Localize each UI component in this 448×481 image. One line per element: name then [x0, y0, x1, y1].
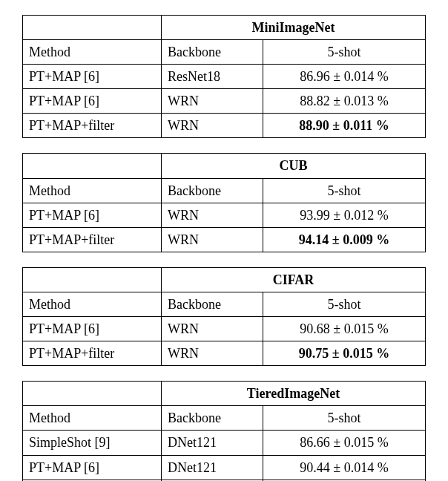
value-cell: 86.96 ± 0.014 %: [263, 65, 426, 89]
method-cell: PT+MAP+filter: [23, 114, 162, 138]
col-backbone-label: Backbone: [162, 178, 263, 203]
backbone-cell: WRN: [162, 203, 263, 227]
results-table: TieredImageNetMethodBackbone5-shotSimple…: [22, 381, 426, 481]
table-header-row: MiniImageNet: [23, 16, 426, 40]
col-backbone-label: Backbone: [162, 292, 263, 316]
col-method-label: Method: [23, 292, 162, 316]
table-header-row: CUB: [23, 154, 426, 178]
table-subheader-row: MethodBackbone5-shot: [23, 292, 426, 316]
results-table: CIFARMethodBackbone5-shotPT+MAP [6]WRN90…: [22, 267, 426, 366]
backbone-cell: ResNet18: [162, 65, 263, 89]
table-header-row: CIFAR: [23, 267, 426, 292]
value-cell: 90.75 ± 0.015 %: [263, 341, 426, 366]
col-backbone-label: Backbone: [162, 40, 263, 65]
method-cell: PT+MAP+filter: [23, 341, 162, 366]
backbone-cell: WRN: [162, 227, 263, 252]
value-cell: 88.90 ± 0.011 %: [263, 114, 426, 138]
results-table: MiniImageNetMethodBackbone5-shotPT+MAP […: [22, 15, 426, 138]
method-cell: PT+MAP+filter: [23, 227, 162, 252]
method-cell: PT+MAP [6]: [23, 65, 162, 89]
dataset-title: MiniImageNet: [162, 16, 426, 40]
value-cell: 90.68 ± 0.015 %: [263, 317, 426, 341]
dataset-title: TieredImageNet: [162, 382, 426, 406]
table-row: PT+MAP [6]WRN88.82 ± 0.013 %: [23, 89, 426, 114]
table-row: SimpleShot [9]DNet12186.66 ± 0.015 %: [23, 431, 426, 455]
col-shot-label: 5-shot: [263, 40, 426, 65]
table-row: PT+MAP [6]DNet12190.44 ± 0.014 %: [23, 455, 426, 480]
col-method-label: Method: [23, 178, 162, 203]
backbone-cell: DNet121: [162, 455, 263, 480]
results-table: CUBMethodBackbone5-shotPT+MAP [6]WRN93.9…: [22, 153, 426, 252]
table-row: PT+MAP [6]WRN90.68 ± 0.015 %: [23, 317, 426, 341]
col-shot-label: 5-shot: [263, 292, 426, 316]
blank-cell: [23, 154, 162, 178]
value-cell: 88.82 ± 0.013 %: [263, 89, 426, 114]
table-subheader-row: MethodBackbone5-shot: [23, 178, 426, 203]
col-shot-label: 5-shot: [263, 406, 426, 431]
backbone-cell: WRN: [162, 114, 263, 138]
blank-cell: [23, 382, 162, 406]
value-cell: 94.14 ± 0.009 %: [263, 227, 426, 252]
method-cell: PT+MAP [6]: [23, 89, 162, 114]
col-method-label: Method: [23, 40, 162, 65]
blank-cell: [23, 267, 162, 292]
value-cell: 93.99 ± 0.012 %: [263, 203, 426, 227]
backbone-cell: WRN: [162, 89, 263, 114]
table-header-row: TieredImageNet: [23, 382, 426, 406]
method-cell: SimpleShot [9]: [23, 431, 162, 455]
table-row-last: PT+MAP+filterWRN90.75 ± 0.015 %: [23, 341, 426, 366]
value-cell: 90.44 ± 0.014 %: [263, 455, 426, 480]
col-backbone-label: Backbone: [162, 406, 263, 431]
table-row-last: PT+MAP+filterWRN88.90 ± 0.011 %: [23, 114, 426, 138]
table-subheader-row: MethodBackbone5-shot: [23, 40, 426, 65]
col-method-label: Method: [23, 406, 162, 431]
backbone-cell: DNet121: [162, 431, 263, 455]
dataset-title: CIFAR: [162, 267, 426, 292]
dataset-title: CUB: [162, 154, 426, 178]
method-cell: PT+MAP [6]: [23, 455, 162, 480]
blank-cell: [23, 16, 162, 40]
tables-container: MiniImageNetMethodBackbone5-shotPT+MAP […: [22, 15, 426, 481]
table-row-last: PT+MAP+filterWRN94.14 ± 0.009 %: [23, 227, 426, 252]
backbone-cell: WRN: [162, 317, 263, 341]
table-row: PT+MAP [6]WRN93.99 ± 0.012 %: [23, 203, 426, 227]
value-cell: 86.66 ± 0.015 %: [263, 431, 426, 455]
table-subheader-row: MethodBackbone5-shot: [23, 406, 426, 431]
method-cell: PT+MAP [6]: [23, 203, 162, 227]
method-cell: PT+MAP [6]: [23, 317, 162, 341]
backbone-cell: WRN: [162, 341, 263, 366]
table-row: PT+MAP [6]ResNet1886.96 ± 0.014 %: [23, 65, 426, 89]
col-shot-label: 5-shot: [263, 178, 426, 203]
